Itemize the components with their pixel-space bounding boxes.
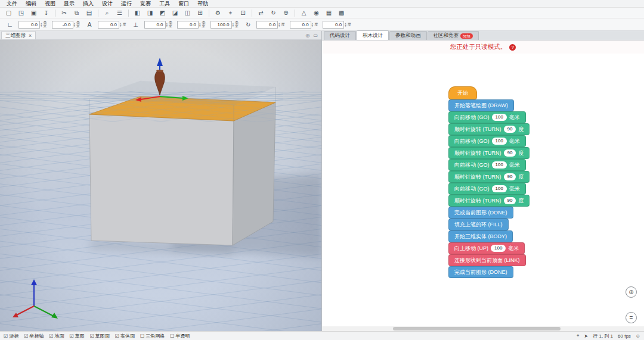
polyline-icon[interactable]: ∟ xyxy=(5,21,15,28)
reset-zoom-button[interactable]: = xyxy=(626,312,637,323)
stack-block[interactable]: 向前移动 (GO)100毫米 xyxy=(448,135,526,147)
save-icon[interactable]: ▣ xyxy=(28,8,39,17)
stack-block[interactable]: 顺时针旋转 (TURN)90度 xyxy=(448,123,530,135)
camera-icon[interactable]: ▦ xyxy=(323,8,335,17)
menu-item[interactable]: 插入 xyxy=(79,0,98,8)
rotate-view-icon[interactable]: ↻ xyxy=(268,8,279,17)
cube-front-face[interactable] xyxy=(89,114,234,245)
block-value-input[interactable]: 90 xyxy=(504,173,516,180)
stack-block[interactable]: 连接形状到当前顶面 (LINK) xyxy=(448,254,526,266)
pos-z-input-value[interactable]: 100.0 xyxy=(210,21,232,29)
viewport-float-icon[interactable]: ▭ xyxy=(313,33,318,38)
spin-down-icon[interactable]: ▾ xyxy=(312,24,314,27)
spin-down-icon[interactable]: ▾ xyxy=(166,24,168,27)
block-value-input[interactable]: 90 xyxy=(504,197,516,204)
display-toggle[interactable]: ☑坐标轴 xyxy=(24,333,44,339)
y-offset-input-value[interactable]: -0.0 xyxy=(52,21,73,29)
spinner-icon[interactable]: ▴▾ xyxy=(166,22,168,27)
pin-icon[interactable]: ◉ xyxy=(311,8,322,17)
rotate-tool-icon[interactable]: ↻ xyxy=(243,21,253,28)
block-value-input[interactable]: 100 xyxy=(491,245,506,252)
rot-y-input-value[interactable]: 0.0 xyxy=(290,21,311,29)
view-iso-icon[interactable]: ◧ xyxy=(132,8,143,17)
scrollbar-thumb[interactable] xyxy=(393,327,561,330)
display-toggle[interactable]: ☑地面 xyxy=(49,333,64,339)
block-value-input[interactable]: 90 xyxy=(504,126,516,133)
copy-icon[interactable]: ⧉ xyxy=(71,8,82,17)
cursor-icon[interactable]: ➤ xyxy=(584,333,589,339)
stack-block[interactable]: 向上移动 (UP)100毫米 xyxy=(448,242,525,254)
display-toggle[interactable]: ☐半透明 xyxy=(170,333,190,339)
block-value-input[interactable]: 90 xyxy=(504,149,516,157)
display-toggle[interactable]: ☑游标 xyxy=(4,333,18,339)
export-icon[interactable]: ↧ xyxy=(41,8,52,17)
grid-icon[interactable]: ▩ xyxy=(336,8,347,17)
hat-block[interactable]: 开始 xyxy=(448,86,477,99)
pos-x-input-value[interactable]: 0.0 xyxy=(144,21,166,29)
stack-block[interactable]: 开始落笔绘图 (DRAW) xyxy=(448,99,514,111)
rot-z-input[interactable]: 0.0▴▾度 xyxy=(323,21,352,29)
3d-scene[interactable] xyxy=(0,40,321,331)
spinner-icon[interactable]: ▴▾ xyxy=(278,22,280,27)
zoom-fit-icon[interactable]: ⊕ xyxy=(280,8,292,17)
text-tool-icon[interactable]: A xyxy=(85,21,94,28)
text-angle-input[interactable]: 0.0▴▾度 xyxy=(98,21,128,29)
pin-icon[interactable]: ⌖ xyxy=(577,333,580,339)
stack-block[interactable]: 完成当前图形 (DONE) xyxy=(448,266,513,278)
panel-tab[interactable]: 代码设计 xyxy=(324,31,356,40)
view-front-icon[interactable]: ◨ xyxy=(144,8,156,17)
menu-item[interactable]: 窗口 xyxy=(174,0,193,8)
measure-icon[interactable]: △ xyxy=(298,8,309,17)
view-bottom-icon[interactable]: ◪ xyxy=(169,8,181,17)
spinner-icon[interactable]: ▴▾ xyxy=(74,22,76,27)
rot-x-input[interactable]: 0.0▴▾度 xyxy=(256,21,286,29)
display-toggle[interactable]: ☑草图 xyxy=(70,333,85,339)
stack-block[interactable]: 向前移动 (GO)100毫米 xyxy=(448,111,526,123)
spinner-icon[interactable]: ▴▾ xyxy=(41,22,42,27)
search-icon[interactable]: ⌕ xyxy=(101,8,113,17)
stack-block[interactable]: 向前移动 (GO)100毫米 xyxy=(448,183,526,195)
display-toggle[interactable]: ☑草图面 xyxy=(90,333,110,339)
pos-y-input-value[interactable]: 0.0 xyxy=(177,21,199,29)
spinner-icon[interactable]: ▴▾ xyxy=(233,22,234,27)
block-value-input[interactable]: 100 xyxy=(492,161,507,169)
stack-block[interactable]: 开始三维实体 (BODY) xyxy=(448,230,513,242)
open-file-icon[interactable]: ◳ xyxy=(16,8,27,17)
spin-down-icon[interactable]: ▾ xyxy=(74,24,76,27)
new-file-icon[interactable]: ▢ xyxy=(3,8,14,17)
spinner-icon[interactable]: ▴▾ xyxy=(312,22,314,27)
x-offset-input-value[interactable]: 0.0 xyxy=(18,21,40,29)
panel-tab[interactable]: 参数和动画 xyxy=(389,31,427,40)
panel-tab[interactable]: 社区和竞赛beta xyxy=(428,31,479,40)
spinner-icon[interactable]: ▴▾ xyxy=(345,22,346,27)
spin-down-icon[interactable]: ▾ xyxy=(199,24,201,27)
stack-block[interactable]: 完成当前图形 (DONE) xyxy=(448,207,513,219)
horizontal-scrollbar[interactable] xyxy=(322,326,644,331)
outline-icon[interactable]: ☰ xyxy=(114,8,125,17)
frame-icon[interactable]: ⊡ xyxy=(237,8,249,17)
smiley-icon[interactable]: ☺ xyxy=(636,333,640,339)
menu-item[interactable]: 设计 xyxy=(98,0,117,8)
viewport-help-icon[interactable]: ◎ xyxy=(305,33,309,38)
snap-icon[interactable]: ⌖ xyxy=(225,8,236,17)
menu-item[interactable]: 帮助 xyxy=(193,0,212,8)
stack-block[interactable]: 顺时针旋转 (TURN)90度 xyxy=(448,147,530,159)
spin-down-icon[interactable]: ▾ xyxy=(233,24,234,27)
spin-down-icon[interactable]: ▾ xyxy=(120,24,122,27)
view-left-icon[interactable]: ◫ xyxy=(182,8,193,17)
menu-item[interactable]: 显示 xyxy=(60,0,79,8)
menu-item[interactable]: 编辑 xyxy=(21,0,41,8)
display-toggle[interactable]: ☑实体面 xyxy=(115,333,135,339)
3d-viewport[interactable] xyxy=(0,40,321,331)
panel-tab[interactable]: 积木设计 xyxy=(357,30,389,40)
cube-model[interactable] xyxy=(89,81,275,245)
spin-down-icon[interactable]: ▾ xyxy=(345,24,346,27)
menu-item[interactable]: 运行 xyxy=(117,0,136,8)
block-value-input[interactable]: 100 xyxy=(492,138,507,145)
stack-block[interactable]: 向前移动 (GO)100毫米 xyxy=(448,159,526,171)
block-value-input[interactable]: 100 xyxy=(492,185,507,192)
close-icon[interactable]: × xyxy=(29,33,32,39)
blocks-canvas[interactable]: 开始开始落笔绘图 (DRAW)向前移动 (GO)100毫米顺时针旋转 (TURN… xyxy=(322,54,644,331)
text-angle-input-value[interactable]: 0.0 xyxy=(98,21,119,29)
cut-icon[interactable]: ✂ xyxy=(58,8,70,17)
